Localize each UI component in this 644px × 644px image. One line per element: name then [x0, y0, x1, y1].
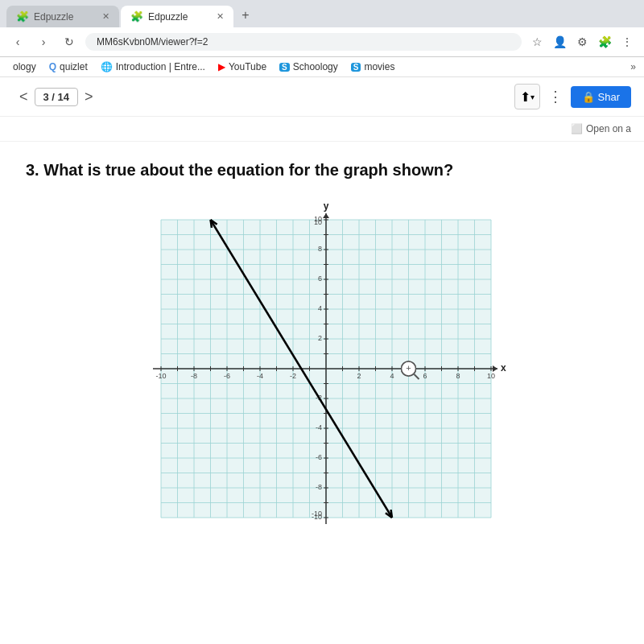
- bookmark-ology-label: ology: [13, 61, 36, 72]
- page-content: < 3 / 14 > ⬆ ▾ ⋮ 🔒 Shar ⬜ Open on a 3. W…: [0, 77, 644, 644]
- profile-icon[interactable]: 👤: [551, 33, 568, 51]
- question-text: 3. What is true about the equation for t…: [26, 161, 618, 180]
- bookmark-schoology-label: Schoology: [293, 61, 338, 72]
- schoology-icon: S: [279, 63, 290, 72]
- tab2-icon: 🧩: [130, 10, 143, 23]
- bookmark-quizlet-label: quizlet: [60, 61, 88, 72]
- graph-wrapper: [137, 204, 507, 542]
- youtube-icon: ▶: [218, 61, 225, 72]
- viewer-toolbar-right: ⬆ ▾ ⋮ 🔒 Shar: [514, 84, 631, 109]
- address-input[interactable]: [85, 33, 522, 51]
- more-icon[interactable]: ⋮: [618, 33, 636, 51]
- share-button[interactable]: 🔒 Shar: [571, 86, 631, 108]
- quizlet-icon: Q: [49, 61, 56, 72]
- open-link-icon: ⬜: [571, 123, 583, 134]
- tab-1[interactable]: 🧩 Edpuzzle ✕: [6, 6, 119, 27]
- extension-icon[interactable]: 🧩: [596, 33, 613, 51]
- upload-button[interactable]: ⬆ ▾: [514, 84, 540, 109]
- tab-2[interactable]: 🧩 Edpuzzle ✕: [121, 6, 233, 27]
- next-page-button[interactable]: >: [78, 85, 100, 109]
- settings-icon[interactable]: ⚙: [573, 33, 591, 51]
- star-icon[interactable]: ☆: [528, 33, 546, 51]
- forward-button[interactable]: ›: [34, 32, 53, 52]
- tab1-icon: 🧩: [16, 10, 29, 23]
- viewer-toolbar: < 3 / 14 > ⬆ ▾ ⋮ 🔒 Shar: [0, 77, 644, 117]
- tab1-label: Edpuzzle: [34, 11, 73, 23]
- question-area: 3. What is true about the equation for t…: [0, 142, 644, 571]
- graph-container: [26, 196, 618, 558]
- movies-icon: S: [351, 63, 361, 72]
- coordinate-graph: [137, 204, 507, 542]
- page-indicator: 3 / 14: [35, 88, 79, 106]
- bookmark-movies[interactable]: S movies: [346, 60, 400, 74]
- open-on-label: Open on a: [586, 123, 631, 134]
- tab2-close[interactable]: ✕: [217, 11, 224, 22]
- upload-icon: ⬆: [520, 89, 530, 105]
- tab2-label: Edpuzzle: [148, 11, 188, 23]
- upload-dropdown-icon: ▾: [530, 93, 535, 101]
- browser-chrome: 🧩 Edpuzzle ✕ 🧩 Edpuzzle ✕ +: [0, 0, 644, 27]
- back-button[interactable]: ‹: [8, 32, 27, 52]
- tab1-close[interactable]: ✕: [102, 11, 109, 22]
- address-bar-row: ‹ › ↻ ☆ 👤 ⚙ 🧩 ⋮: [0, 27, 644, 57]
- bookmark-youtube[interactable]: ▶ YouTube: [213, 60, 271, 74]
- more-options-button[interactable]: ⋮: [548, 88, 563, 105]
- bookmark-ology[interactable]: ology: [8, 60, 41, 74]
- new-tab-button[interactable]: +: [235, 5, 256, 26]
- bookmark-intro-label: Introduction | Entre...: [116, 61, 205, 72]
- bookmark-more-button[interactable]: »: [630, 61, 636, 72]
- bookmark-movies-label: movies: [364, 61, 394, 72]
- bookmarks-bar: ology Q quizlet 🌐 Introduction | Entre..…: [0, 57, 644, 77]
- question-number: 3.: [26, 161, 39, 179]
- prev-page-button[interactable]: <: [13, 85, 35, 109]
- intro-icon: 🌐: [101, 61, 113, 72]
- open-link-row: ⬜ Open on a: [0, 117, 644, 142]
- refresh-button[interactable]: ↻: [60, 32, 79, 52]
- bookmark-youtube-label: YouTube: [229, 61, 266, 72]
- bookmark-quizlet[interactable]: Q quizlet: [44, 60, 93, 74]
- tab-bar: 🧩 Edpuzzle ✕ 🧩 Edpuzzle ✕ +: [6, 5, 638, 27]
- bookmark-schoology[interactable]: S Schoology: [275, 60, 343, 74]
- open-on-link[interactable]: ⬜ Open on a: [571, 120, 631, 138]
- bookmark-intro[interactable]: 🌐 Introduction | Entre...: [96, 60, 210, 74]
- toolbar-icons: ☆ 👤 ⚙ 🧩 ⋮: [528, 33, 636, 51]
- question-content: What is true about the equation for the …: [43, 161, 453, 179]
